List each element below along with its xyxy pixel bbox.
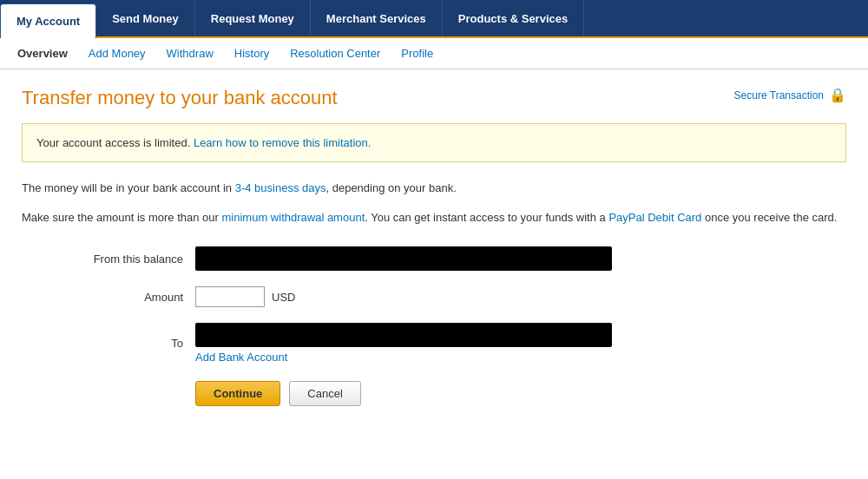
subnav-resolution-center[interactable]: Resolution Center [281, 42, 389, 65]
tab-request-money[interactable]: Request Money [195, 0, 311, 36]
info-paragraph-1: The money will be in your bank account i… [22, 180, 846, 197]
info-paragraph-2: Make sure the amount is more than our mi… [22, 209, 846, 226]
limitation-link[interactable]: Learn how to remove this limitation. [194, 136, 371, 149]
tab-products-services[interactable]: Products & Services [443, 0, 584, 36]
info-p2-after: once you receive the card. [701, 211, 837, 224]
subnav-add-money[interactable]: Add Money [80, 42, 155, 65]
amount-row: Amount USD [22, 286, 846, 307]
page-header-row: Transfer money to your bank account Secu… [22, 87, 846, 109]
page-title: Transfer money to your bank account [22, 87, 338, 109]
secure-transaction-link[interactable]: Secure Transaction 🔒 [734, 87, 846, 103]
paypal-debit-link[interactable]: PayPal Debit Card [608, 211, 701, 224]
to-row: To Add Bank Account [22, 323, 846, 364]
lock-icon: 🔒 [829, 87, 846, 103]
from-balance-row: From this balance [22, 246, 846, 271]
info-p1-after: , depending on your bank. [326, 181, 456, 194]
info-p1-before: The money will be in your bank account i… [22, 181, 235, 194]
add-bank-account-link[interactable]: Add Bank Account [195, 351, 612, 364]
to-label: To [22, 337, 195, 350]
info-p2-middle: . You can get instant access to your fun… [365, 211, 608, 224]
amount-label: Amount [22, 291, 195, 304]
subnav-withdraw[interactable]: Withdraw [158, 42, 222, 65]
warning-box: Your account access is limited. Learn ho… [22, 123, 846, 162]
tab-my-account[interactable]: My Account [0, 3, 96, 38]
info-p2-before: Make sure the amount is more than our [22, 211, 222, 224]
tab-send-money[interactable]: Send Money [96, 0, 195, 36]
transfer-form: From this balance Amount USD To Add Bank… [22, 246, 846, 364]
sub-nav: Overview Add Money Withdraw History Reso… [0, 38, 868, 69]
button-row: Continue Cancel [195, 381, 846, 406]
subnav-profile[interactable]: Profile [392, 42, 442, 65]
amount-input[interactable] [195, 286, 265, 307]
amount-field: USD [195, 286, 612, 307]
business-days-link[interactable]: 3-4 business days [235, 181, 326, 194]
cancel-button[interactable]: Cancel [289, 381, 360, 406]
currency-label: USD [272, 291, 295, 304]
to-account-value [195, 323, 612, 347]
tab-merchant-services[interactable]: Merchant Services [311, 0, 443, 36]
from-balance-label: From this balance [22, 253, 195, 266]
continue-button[interactable]: Continue [195, 381, 280, 406]
min-withdrawal-link[interactable]: minimum withdrawal amount [222, 211, 365, 224]
from-balance-field [195, 246, 612, 271]
warning-static-text: Your account access is limited. [36, 136, 190, 149]
secure-transaction-label: Secure Transaction [734, 89, 824, 102]
subnav-history[interactable]: History [226, 42, 278, 65]
to-field: Add Bank Account [195, 323, 612, 364]
from-balance-value [195, 246, 612, 271]
top-nav: My Account Send Money Request Money Merc… [0, 0, 868, 38]
main-content: Transfer money to your bank account Secu… [0, 69, 868, 423]
subnav-overview[interactable]: Overview [9, 42, 76, 65]
